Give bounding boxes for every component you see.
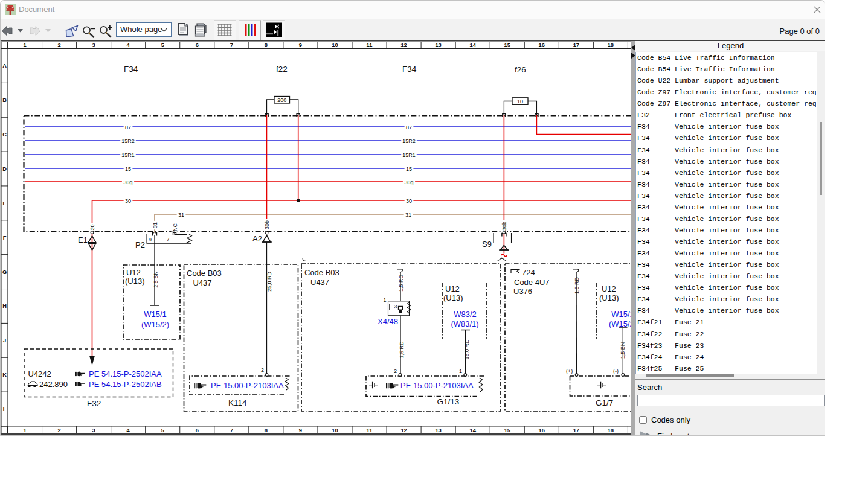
- legend-row[interactable]: F34 Vehicle interior fuse box: [637, 144, 816, 156]
- legend-row[interactable]: F34f21 Fuse 21: [637, 316, 816, 328]
- pin-plus: (+): [566, 368, 573, 374]
- forward-button[interactable]: [30, 27, 40, 36]
- legend-hscrollbar-thumb[interactable]: [646, 374, 734, 377]
- legend-row[interactable]: Code B54 Live Traffic Information: [637, 52, 816, 63]
- legend-row[interactable]: Code B54 Live Traffic Information: [637, 63, 816, 75]
- ruler-row-H: H: [2, 303, 7, 309]
- component-p2: 9 7 P2: [135, 233, 191, 306]
- label-242890: 242.890: [39, 380, 68, 389]
- ref-w83-1: (W83/1): [451, 319, 478, 328]
- codes-only-checkbox[interactable]: [639, 416, 647, 424]
- ruler-row-G: G: [2, 269, 7, 275]
- legend-list[interactable]: Code B54 Live Traffic InformationCode B5…: [635, 52, 825, 374]
- ref-x4-48: X4/48: [378, 317, 398, 326]
- invert-colors-button[interactable]: [263, 20, 285, 40]
- splitter-collapse-right-icon[interactable]: [631, 53, 635, 59]
- legend-row[interactable]: F34f22 Fuse 22: [637, 328, 816, 340]
- forward-dropdown-icon[interactable]: [45, 29, 51, 33]
- ruler-col-1: 1: [23, 42, 26, 48]
- legend-row[interactable]: F34 Vehicle interior fuse box: [637, 202, 816, 213]
- legend-row[interactable]: F32 Front electrical prefuse box: [637, 109, 816, 121]
- zoom-in-button[interactable]: [98, 20, 115, 40]
- rgb-channels-button[interactable]: [239, 20, 261, 40]
- label-u13-2: (U13): [443, 293, 463, 302]
- legend-row[interactable]: F34 Vehicle interior fuse box: [637, 282, 816, 293]
- ruler-col-18: 18: [608, 42, 614, 48]
- grid-button[interactable]: [214, 20, 236, 40]
- wiring-diagram: 1122334455667788991010111112121313141415…: [1, 41, 631, 433]
- label-f22: f22: [276, 65, 288, 74]
- legend-row[interactable]: F34 Vehicle interior fuse box: [637, 259, 816, 270]
- pin-g113-2: 2: [394, 368, 397, 374]
- ruler-row-A: A: [2, 63, 7, 69]
- panel-splitter[interactable]: [631, 41, 635, 436]
- find-next-icon: [638, 430, 651, 436]
- junction-dot: [297, 199, 300, 202]
- bus-label-15R1: 15R1: [121, 152, 135, 158]
- legend-row[interactable]: F34f24 Fuse 24: [637, 351, 816, 363]
- legend-row[interactable]: F34 Vehicle interior fuse box: [637, 190, 816, 202]
- legend-row[interactable]: F34 Vehicle interior fuse box: [637, 225, 816, 236]
- legend-row[interactable]: F34 Vehicle interior fuse box: [637, 270, 816, 282]
- legend-row[interactable]: F34 Vehicle interior fuse box: [637, 132, 816, 144]
- legend-row[interactable]: F34 Vehicle interior fuse box: [637, 121, 816, 132]
- facing-pages-button[interactable]: [193, 20, 210, 40]
- link-pe-2103iaa-g113[interactable]: PE 15.00-P-2103IAA: [400, 381, 474, 390]
- legend-row[interactable]: Code Z97 Electronic interface, customer …: [637, 86, 816, 98]
- legend-row[interactable]: Code Z97 Electronic interface, customer …: [637, 98, 816, 109]
- legend-panel: Legend Code B54 Live Traffic Information…: [635, 41, 825, 436]
- ref-w15-1: W15/1: [144, 310, 167, 319]
- link-pe-2502iaa[interactable]: PE 54.15-P-2502IAA: [89, 369, 162, 379]
- ruler-col-bottom-1: 1: [23, 427, 26, 433]
- ruler-col-3: 3: [92, 42, 95, 48]
- ruler-row-K: K: [2, 372, 7, 378]
- diagram-viewport[interactable]: 1122334455667788991010111112121313141415…: [1, 41, 631, 433]
- car-icon: [28, 382, 37, 387]
- bus-label-15R1: 15R1: [402, 152, 416, 158]
- zoom-level-select[interactable]: Whole page: [116, 22, 172, 37]
- legend-row[interactable]: F34 Vehicle interior fuse box: [637, 248, 816, 259]
- ruler-col-bottom-7: 7: [230, 427, 233, 433]
- legend-horizontal-scrollbar[interactable]: [635, 374, 817, 382]
- fuse-f26-symbol: 10: [504, 98, 536, 115]
- label-g17: G1/7: [596, 398, 613, 407]
- label-f32: F32: [87, 399, 101, 408]
- title-bar: Document: [1, 1, 825, 19]
- splitter-collapse-left-icon[interactable]: [631, 45, 635, 51]
- legend-row[interactable]: F34 Vehicle interior fuse box: [637, 293, 816, 305]
- toolbar-separator: [60, 22, 60, 38]
- legend-row[interactable]: F34 Vehicle interior fuse box: [637, 236, 816, 248]
- legend-row[interactable]: F34f23 Fuse 23: [637, 340, 816, 351]
- label-e1: E1: [78, 235, 88, 244]
- back-button[interactable]: [2, 27, 12, 36]
- ruler-col-10: 10: [332, 42, 338, 48]
- ruler-col-17: 17: [573, 42, 579, 48]
- legend-row[interactable]: F34 Vehicle interior fuse box: [637, 167, 816, 179]
- legend-vscrollbar-thumb[interactable]: [820, 122, 822, 195]
- back-dropdown-icon[interactable]: [18, 29, 23, 33]
- link-pe-2502iab[interactable]: PE 54.15-P-2502IAB: [89, 380, 162, 389]
- ruler-row-J: J: [3, 337, 6, 343]
- legend-row[interactable]: F34 Vehicle interior fuse box: [637, 213, 816, 225]
- legend-row[interactable]: F34 Vehicle interior fuse box: [637, 156, 816, 167]
- single-page-button[interactable]: [176, 20, 193, 40]
- ruler-col-bottom-5: 5: [161, 427, 164, 433]
- rgb-channels-icon: [239, 21, 260, 40]
- component-s9: S9: [482, 233, 511, 257]
- search-input[interactable]: [637, 395, 825, 406]
- legend-divider: [635, 379, 825, 380]
- label-a2: A2: [252, 234, 262, 243]
- close-icon[interactable]: [811, 3, 824, 16]
- link-pe-2103iaa-k114[interactable]: PE 15.00-P-2103IAA: [211, 381, 284, 390]
- wire-label-30b: 30b: [264, 220, 270, 229]
- zoom-area-button[interactable]: [63, 20, 80, 40]
- legend-vertical-scrollbar[interactable]: [817, 52, 825, 374]
- legend-row[interactable]: F34f25 Fuse 25: [637, 363, 816, 374]
- u376-box: 724 Code 4U7 U376 (+) U12 (U13) W15/1 (W…: [511, 268, 631, 407]
- ruler-col-bottom-13: 13: [435, 427, 441, 433]
- legend-row[interactable]: F34 Vehicle interior fuse box: [637, 305, 816, 316]
- zoom-level-value: Whole page: [120, 25, 162, 34]
- legend-row[interactable]: Code U22 Lumbar support adjustment: [637, 75, 816, 86]
- legend-row[interactable]: F34 Vehicle interior fuse box: [637, 179, 816, 190]
- zoom-out-button[interactable]: [81, 20, 98, 40]
